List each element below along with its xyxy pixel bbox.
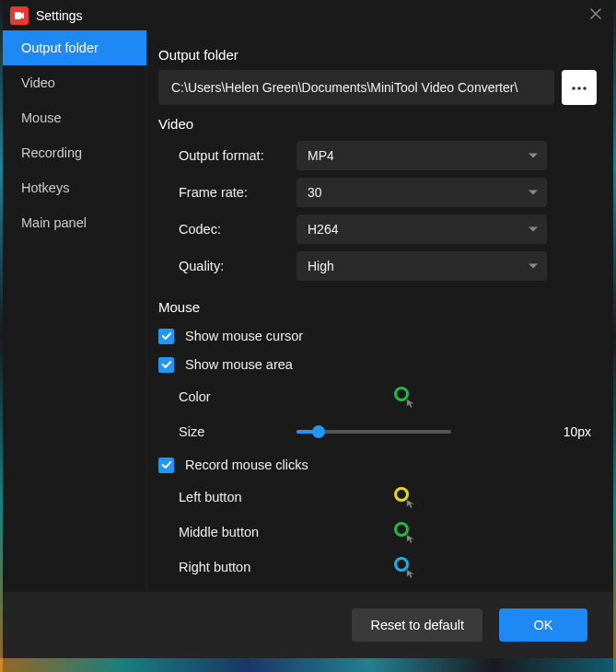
label-output-format: Output format:	[158, 148, 296, 163]
label-quality: Quality:	[158, 259, 296, 273]
label-codec: Codec:	[158, 222, 296, 237]
select-frame-rate[interactable]: 30	[296, 178, 547, 207]
sidebar-item-recording[interactable]: Recording	[3, 135, 146, 170]
sidebar-item-hotkeys[interactable]: Hotkeys	[3, 170, 146, 205]
cursor-pointer-icon	[406, 499, 416, 509]
section-title-output-folder: Output folder	[158, 47, 597, 63]
app-logo-icon	[10, 6, 29, 25]
svg-point-3	[583, 87, 587, 90]
label-show-cursor: Show mouse cursor	[185, 329, 303, 343]
checkbox-show-area[interactable]	[158, 357, 174, 373]
select-value: MP4	[308, 148, 334, 163]
chevron-down-icon	[529, 191, 538, 195]
sidebar-item-label: Main panel	[21, 215, 87, 230]
color-picker-left[interactable]	[394, 487, 414, 507]
sidebar-item-video[interactable]: Video	[3, 65, 146, 100]
size-slider[interactable]	[296, 430, 451, 434]
chevron-down-icon	[529, 154, 538, 158]
select-codec[interactable]: H264	[296, 214, 547, 244]
checkbox-show-cursor[interactable]	[158, 329, 174, 344]
color-picker-area[interactable]	[394, 387, 414, 407]
ok-button-label: OK	[534, 618, 553, 632]
select-value: High	[308, 259, 334, 273]
color-picker-middle[interactable]	[394, 522, 414, 542]
select-value: 30	[308, 185, 322, 200]
label-mouse-area-size: Size	[179, 424, 296, 439]
label-right-button: Right button	[179, 560, 296, 574]
label-frame-rate: Frame rate:	[158, 185, 296, 200]
close-icon[interactable]	[589, 7, 602, 23]
settings-content[interactable]: Output folder Video Output format:	[147, 30, 613, 592]
ok-button[interactable]: OK	[499, 608, 587, 642]
sidebar-item-label: Video	[21, 75, 55, 90]
label-mouse-area-color: Color	[179, 389, 296, 404]
reset-button[interactable]: Reset to default	[352, 608, 482, 642]
browse-button[interactable]	[562, 70, 597, 105]
select-value: H264	[308, 222, 338, 237]
section-title-mouse: Mouse	[158, 299, 597, 315]
sidebar-item-label: Recording	[21, 145, 82, 160]
sidebar-item-output-folder[interactable]: Output folder	[3, 30, 146, 65]
cursor-pointer-icon	[406, 399, 416, 409]
size-value: 10px	[564, 424, 597, 439]
footer: Reset to default OK	[3, 592, 613, 658]
color-picker-right[interactable]	[394, 557, 414, 577]
sidebar-item-label: Mouse	[21, 110, 62, 125]
sidebar: Output folder Video Mouse Recording Hotk…	[3, 30, 147, 592]
label-left-button: Left button	[179, 490, 296, 504]
slider-thumb[interactable]	[312, 425, 325, 438]
reset-button-label: Reset to default	[370, 618, 464, 632]
label-show-area: Show mouse area	[185, 357, 293, 372]
sidebar-item-label: Hotkeys	[21, 180, 69, 195]
chevron-down-icon	[529, 227, 538, 232]
titlebar: Settings	[3, 0, 613, 30]
output-folder-input[interactable]	[158, 70, 554, 105]
cursor-pointer-icon	[406, 534, 416, 544]
svg-rect-0	[15, 12, 21, 19]
svg-point-1	[572, 87, 575, 90]
select-quality[interactable]: High	[296, 251, 547, 281]
svg-point-2	[577, 87, 581, 90]
label-record-clicks: Record mouse clicks	[185, 458, 308, 472]
sidebar-item-label: Output folder	[21, 41, 99, 55]
window-title: Settings	[36, 8, 83, 23]
settings-window: Settings Output folder Video Mouse Recor…	[3, 0, 613, 658]
section-title-video: Video	[158, 116, 597, 132]
select-output-format[interactable]: MP4	[296, 141, 547, 170]
sidebar-item-main-panel[interactable]: Main panel	[3, 205, 146, 240]
label-middle-button: Middle button	[179, 525, 296, 539]
cursor-pointer-icon	[406, 569, 416, 579]
checkbox-record-clicks[interactable]	[158, 458, 174, 473]
ellipsis-icon	[571, 79, 587, 96]
chevron-down-icon	[529, 264, 538, 269]
sidebar-item-mouse[interactable]: Mouse	[3, 100, 146, 135]
